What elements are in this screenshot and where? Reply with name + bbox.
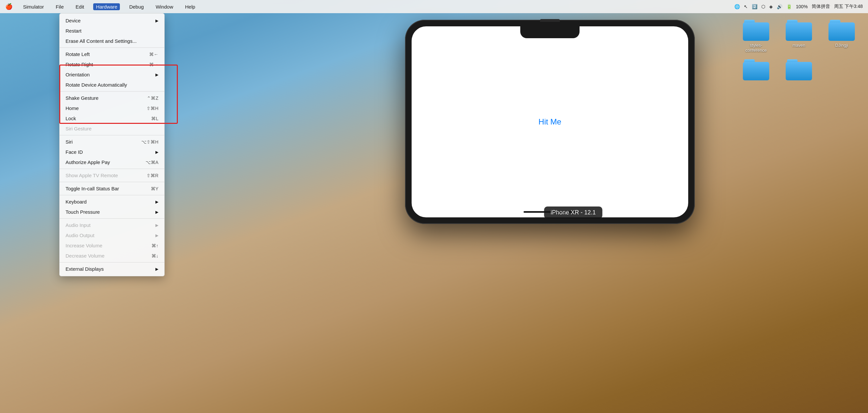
desktop-icon-5[interactable]	[782, 59, 815, 82]
side-button	[540, 19, 560, 22]
input-method[interactable]: 简体拼音	[812, 4, 830, 9]
menu-panel: Device ▶ Restart Erase All Content and S…	[59, 13, 165, 276]
desktop-icon-4[interactable]	[740, 59, 773, 82]
notification-icon: 2️⃣	[752, 4, 757, 9]
menu-item-siri-label: Siri	[65, 139, 73, 145]
menu-item-orientation-label: Orientation	[65, 72, 90, 78]
bluetooth-icon: ⬡	[761, 4, 765, 9]
divider-7	[60, 218, 164, 219]
menubar-file[interactable]: File	[53, 3, 66, 10]
menu-item-audio-output[interactable]: Audio Output ▶	[60, 230, 164, 240]
menu-item-appletv[interactable]: Show Apple TV Remote ⇧⌘R	[60, 170, 164, 180]
menu-item-audio-input[interactable]: Audio Input ▶	[60, 220, 164, 230]
divider-2	[60, 91, 164, 92]
increase-volume-shortcut: ⌘↑	[152, 243, 158, 248]
menu-item-audio-output-label: Audio Output	[65, 233, 94, 238]
desktop-icon-styles-conference[interactable]: styles-conference	[740, 20, 773, 53]
desktop-icon-djingji[interactable]: DJingji	[825, 20, 858, 48]
menu-item-siri-gesture-label: Siri Gesture	[65, 126, 92, 131]
menu-item-apple-pay-label: Authorize Apple Pay	[65, 159, 110, 165]
iphone-xr-device: Hit Me	[405, 20, 695, 224]
desktop: 🍎 Simulator File Edit Hardware Debug Win…	[0, 0, 868, 413]
home-shortcut: ⇧⌘H	[147, 106, 158, 111]
menu-item-rotate-auto-label: Rotate Device Automatically	[65, 82, 127, 88]
wifi-icon: ◈	[769, 4, 773, 9]
iphone-screen: Hit Me	[412, 26, 688, 217]
simulator-container: Hit Me iPhone XR - 12.1	[405, 20, 695, 224]
menu-item-appletv-label: Show Apple TV Remote	[65, 173, 118, 178]
menu-item-siri-gesture[interactable]: Siri Gesture	[60, 123, 164, 134]
siri-shortcut: ⌥⇧⌘H	[141, 139, 158, 145]
menu-item-erase[interactable]: Erase All Content and Settings...	[60, 36, 164, 46]
external-displays-arrow-icon: ▶	[155, 267, 158, 271]
menu-item-external-displays[interactable]: External Displays ▶	[60, 264, 164, 274]
menu-item-rotate-auto[interactable]: Rotate Device Automatically	[60, 80, 164, 90]
menu-item-face-id[interactable]: Face ID ▶	[60, 147, 164, 157]
menu-item-orientation[interactable]: Orientation ▶	[60, 69, 164, 80]
menu-item-increase-volume[interactable]: Increase Volume ⌘↑	[60, 240, 164, 250]
menubar: 🍎 Simulator File Edit Hardware Debug Win…	[0, 0, 868, 13]
menubar-debug[interactable]: Debug	[126, 3, 146, 10]
apple-menu-icon[interactable]: 🍎	[5, 3, 12, 10]
keyboard-arrow-icon: ▶	[155, 200, 158, 204]
desktop-icon-label-maven: maven	[792, 43, 805, 48]
menu-item-increase-volume-label: Increase Volume	[65, 243, 102, 248]
menu-item-home[interactable]: Home ⇧⌘H	[60, 103, 164, 113]
menu-item-device-label: Device	[65, 18, 81, 23]
toggle-status-shortcut: ⌘Y	[151, 186, 158, 191]
menu-item-toggle-status-label: Toggle In-call Status Bar	[65, 186, 119, 191]
hit-me-button[interactable]: Hit Me	[538, 117, 561, 126]
menubar-simulator[interactable]: Simulator	[21, 3, 46, 10]
menu-item-keyboard-label: Keyboard	[65, 199, 87, 205]
audio-input-arrow-icon: ▶	[155, 223, 158, 228]
menu-item-home-label: Home	[65, 106, 79, 111]
menubar-hardware[interactable]: Hardware	[93, 3, 120, 10]
menu-item-rotate-right[interactable]: Rotate Right ⌘→	[60, 59, 164, 69]
orientation-arrow-icon: ▶	[155, 72, 158, 77]
menu-item-siri[interactable]: Siri ⌥⇧⌘H	[60, 137, 164, 147]
audio-output-arrow-icon: ▶	[155, 233, 158, 238]
device-label: iPhone XR - 12.1	[544, 206, 602, 219]
desktop-icons: styles-conference maven DJingji	[740, 20, 858, 82]
desktop-icon-row-1: styles-conference maven DJingji	[740, 20, 858, 53]
menu-item-shake[interactable]: Shake Gesture ⌃⌘Z	[60, 93, 164, 103]
menu-item-device[interactable]: Device ▶	[60, 16, 164, 26]
menu-item-decrease-volume-label: Decrease Volume	[65, 253, 104, 259]
menubar-window[interactable]: Window	[153, 3, 176, 10]
menu-item-keyboard[interactable]: Keyboard ▶	[60, 197, 164, 207]
menu-item-toggle-status[interactable]: Toggle In-call Status Bar ⌘Y	[60, 183, 164, 194]
desktop-icon-maven[interactable]: maven	[782, 20, 815, 48]
menu-item-restart[interactable]: Restart	[60, 26, 164, 36]
menu-item-touch-pressure[interactable]: Touch Pressure ▶	[60, 207, 164, 217]
shake-shortcut: ⌃⌘Z	[147, 95, 158, 101]
datetime: 周五 下午3:48	[834, 4, 863, 9]
menu-item-touch-pressure-label: Touch Pressure	[65, 209, 100, 215]
divider-8	[60, 262, 164, 263]
menu-item-lock-label: Lock	[65, 116, 76, 121]
menu-item-erase-label: Erase All Content and Settings...	[65, 38, 137, 44]
decrease-volume-shortcut: ⌘↓	[152, 253, 158, 259]
battery-icon: 🔋	[786, 4, 792, 9]
divider-4	[60, 169, 164, 169]
apple-pay-shortcut: ⌥⌘A	[146, 160, 158, 165]
menu-item-rotate-left[interactable]: Rotate Left ⌘←	[60, 49, 164, 59]
menu-item-lock[interactable]: Lock ⌘L	[60, 113, 164, 123]
menubar-edit[interactable]: Edit	[73, 3, 87, 10]
rotate-right-shortcut: ⌘→	[149, 62, 158, 67]
divider-5	[60, 182, 164, 182]
battery-percent: 100%	[796, 4, 808, 9]
desktop-icon-row-2	[740, 59, 858, 82]
menu-item-decrease-volume[interactable]: Decrease Volume ⌘↓	[60, 250, 164, 261]
rotate-left-shortcut: ⌘←	[149, 52, 158, 57]
cursor-icon: ↖	[744, 4, 748, 9]
face-id-arrow-icon: ▶	[155, 150, 158, 154]
menubar-right: 🌐 ↖ 2️⃣ ⬡ ◈ 🔊 🔋 100% 简体拼音 周五 下午3:48	[734, 4, 863, 9]
menu-item-apple-pay[interactable]: Authorize Apple Pay ⌥⌘A	[60, 157, 164, 167]
desktop-icon-label-djingji: DJingji	[835, 43, 848, 48]
menu-item-rotate-right-label: Rotate Right	[65, 62, 93, 67]
menubar-help[interactable]: Help	[182, 3, 198, 10]
volume-icon: 🔊	[777, 4, 782, 9]
lock-shortcut: ⌘L	[151, 116, 158, 121]
globe-icon: 🌐	[734, 4, 740, 9]
menu-item-audio-input-label: Audio Input	[65, 222, 91, 228]
